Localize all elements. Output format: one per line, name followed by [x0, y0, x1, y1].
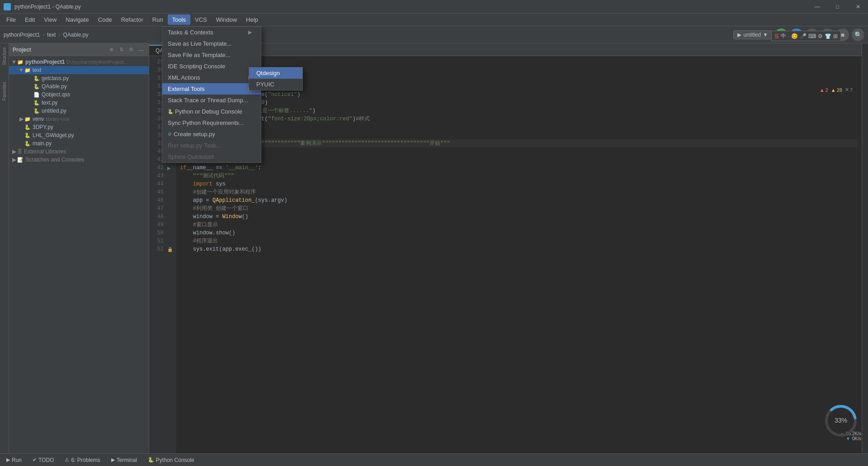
ime-settings[interactable]: ⚙: [818, 33, 823, 39]
terminal-label: Terminal: [117, 457, 137, 463]
tools-item-sync-req[interactable]: Sync Python Requirements...: [162, 117, 261, 128]
tree-scratches[interactable]: ▶ 📝 Scratches and Consoles: [9, 156, 149, 164]
breadcrumb-folder[interactable]: text: [47, 32, 56, 38]
app-icon: [4, 3, 11, 10]
tools-item-xml[interactable]: XML Actions ▶: [162, 72, 261, 83]
tools-item-tasks[interactable]: Tasks & Contexts ▶: [162, 27, 261, 38]
window-title: pythonProject1 - QAable.py: [14, 4, 81, 10]
menu-view[interactable]: View: [39, 14, 61, 25]
venv-sublabel: library root: [46, 116, 69, 122]
maximize-button[interactable]: □: [827, 0, 848, 14]
external-tools-label: External Tools: [168, 86, 204, 92]
code-line-35: self.setText("这又是一个标签......"): [180, 107, 858, 115]
python-console-btn[interactable]: 🐍 Python Console: [145, 456, 197, 464]
ime-s-icon: S: [774, 33, 778, 40]
tree-textpy[interactable]: 🐍 text.py: [9, 99, 149, 107]
title-bar: pythonProject1 - QAable.py — □ ✕: [0, 0, 868, 14]
menu-tools[interactable]: Tools: [168, 14, 190, 25]
submenu-pyuic[interactable]: PYUIC: [249, 79, 302, 90]
breadcrumb: pythonProject1 › text › QAable.py: [4, 32, 88, 38]
menu-help[interactable]: Help: [241, 14, 263, 25]
getclass-icon: 🐍: [33, 76, 40, 81]
menu-navigate[interactable]: Navigate: [61, 14, 93, 25]
tree-root[interactable]: ▼ 📁 pythonProject1 D:/pycharm/pythonProj…: [9, 58, 149, 66]
menu-bar: File Edit View Navigate Code Refactor Ru…: [0, 14, 868, 26]
problems-btn[interactable]: ⚠ 6: Problems: [62, 456, 103, 464]
tasks-submenu-arrow: ▶: [248, 29, 252, 35]
error-count[interactable]: ▲ 2: [820, 87, 828, 93]
menu-code[interactable]: Code: [94, 14, 117, 25]
ime-shirt[interactable]: 👕: [825, 33, 831, 39]
locate-icon[interactable]: ⊕: [107, 46, 115, 54]
search-everywhere-button[interactable]: 🔍: [852, 29, 864, 41]
tree-folder-text[interactable]: ▼ 📁 text: [9, 66, 149, 74]
error-triangle-icon: ▲: [820, 87, 825, 93]
run-tool-btn[interactable]: ▶ Run: [4, 456, 24, 464]
right-gutter: [862, 43, 868, 453]
breadcrumb-file[interactable]: QAable.py: [63, 32, 88, 38]
code-line-40: [180, 147, 858, 156]
tree-qobject[interactable]: 📄 Qobject.qss: [9, 90, 149, 99]
code-content[interactable]: def label(self) self.setObjectName("noti…: [176, 56, 862, 453]
menu-refactor[interactable]: Refactor: [117, 14, 148, 25]
submenu-qtdesign[interactable]: Qtdesign: [249, 67, 302, 79]
menu-vcs[interactable]: VCS: [190, 14, 212, 25]
terminal-btn[interactable]: ▶ Terminal: [108, 456, 140, 464]
warning-count-label: 28: [837, 87, 842, 93]
extlib-icon: 🗄: [17, 149, 22, 154]
settings-gear-icon[interactable]: ⚙: [127, 46, 135, 54]
tools-item-stack-trace[interactable]: Stack Trace or Thread Dump...: [162, 95, 261, 106]
stack-trace-label: Stack Trace or Thread Dump...: [168, 97, 248, 104]
create-setup-label: Create setup.py: [174, 131, 215, 138]
tools-item-external[interactable]: External Tools ▶: [162, 83, 261, 95]
root-path: D:/pycharm/pythonProject...: [66, 59, 128, 65]
expand-icon[interactable]: ⇅: [117, 46, 125, 54]
tree-extlib[interactable]: ▶ 🗄 External Libraries: [9, 147, 149, 156]
tree-untitled[interactable]: 🐍 untitled.py: [9, 107, 149, 115]
close-button[interactable]: ✕: [848, 0, 868, 14]
menu-run[interactable]: Run: [148, 14, 168, 25]
tools-item-live-template[interactable]: Save as Live Template...: [162, 38, 261, 49]
scratches-arrow: ▶: [11, 157, 17, 163]
favorites-tab[interactable]: Favorites: [1, 80, 8, 102]
code-line-33: self.setObjectName("notice1"): [180, 90, 858, 99]
tools-item-create-setup[interactable]: ⚙ Create setup.py: [162, 128, 261, 140]
tools-item-ide-console[interactable]: IDE Scripting Console: [162, 61, 261, 72]
todo-btn[interactable]: ✔ TODO: [30, 456, 57, 464]
project-panel-header: Project ⊕ ⇅ ⚙ —: [9, 43, 149, 56]
ime-dot[interactable]: ·: [788, 33, 789, 39]
ime-grid[interactable]: ⊞: [833, 33, 838, 39]
ime-mic[interactable]: 🎤: [800, 33, 807, 39]
menu-edit[interactable]: Edit: [20, 14, 39, 25]
ime-cn-label[interactable]: 中: [781, 32, 786, 40]
code-line-43: """测试代码""": [180, 172, 858, 180]
menu-window[interactable]: Window: [212, 14, 241, 25]
info-count[interactable]: ✕ 7: [845, 87, 853, 93]
run-config-selector[interactable]: ▶ untitled ▼: [733, 30, 772, 39]
structure-tab[interactable]: Structure: [1, 45, 8, 67]
tools-item-file-template[interactable]: Save File as Template...: [162, 49, 261, 61]
code-line-44: import sys: [180, 180, 858, 188]
tree-qaable[interactable]: 🐍 QAable.py: [9, 82, 149, 90]
tools-item-python-console[interactable]: 🐍 Python or Debug Console: [162, 106, 261, 117]
project-panel: Project ⊕ ⇅ ⚙ — ▼ 📁 pythonProject1 D:/py…: [9, 43, 149, 453]
minimize-button[interactable]: —: [807, 0, 827, 14]
tree-main[interactable]: 🐍 main.py: [9, 139, 149, 147]
text-folder-icon: 📁: [24, 67, 31, 73]
venv-arrow: ▶: [18, 116, 24, 122]
warning-count[interactable]: ▲ 28: [831, 87, 842, 93]
project-panel-icons: ⊕ ⇅ ⚙ —: [107, 46, 145, 54]
menu-file[interactable]: File: [2, 14, 20, 25]
ime-emoji[interactable]: 😊: [791, 33, 798, 39]
run-gutter-42[interactable]: ▶: [167, 164, 176, 172]
ime-keyboard[interactable]: ⌨: [808, 33, 816, 39]
svg-text:33%: 33%: [835, 417, 847, 424]
tree-getclass[interactable]: 🐍 getclass.py: [9, 74, 149, 82]
breadcrumb-project[interactable]: pythonProject1: [4, 32, 40, 38]
lock-gutter-52: 🔒: [167, 245, 176, 253]
tree-venv[interactable]: ▶ 📁 venv library root: [9, 115, 149, 123]
tree-lhl[interactable]: 🐍 LHL_GWidget.py: [9, 131, 149, 139]
minimize-panel-icon[interactable]: —: [137, 46, 145, 54]
textpy-label: text.py: [42, 100, 57, 106]
tree-3dpy[interactable]: 🐍 3DPY.py: [9, 123, 149, 131]
